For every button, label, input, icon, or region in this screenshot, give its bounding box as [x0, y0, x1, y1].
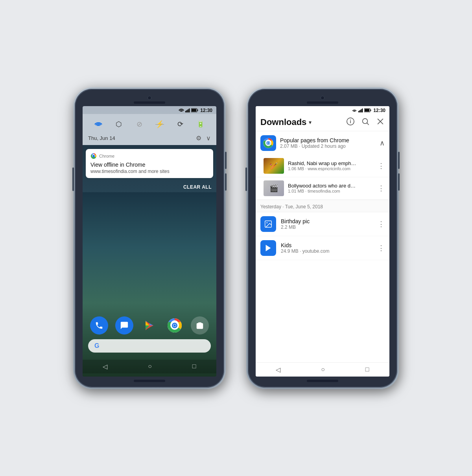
- qs-actions: ⚙ ∨: [196, 134, 211, 142]
- file-item-birthday[interactable]: Birthday pic 2.2 MB ⋮: [256, 212, 389, 236]
- play-store-icon[interactable]: [140, 316, 159, 334]
- messages-icon: [120, 321, 129, 330]
- phone-icon: [95, 321, 103, 330]
- article-meta-bollywood: 1.01 MB · timesofindia.com: [288, 189, 375, 193]
- status-icons-2: 12:30: [352, 108, 385, 113]
- qs-wifi-icon[interactable]: [93, 119, 104, 130]
- image-file-icon: [260, 216, 276, 232]
- recents-button-1[interactable]: □: [192, 363, 196, 370]
- volume-up-button-1[interactable]: [225, 152, 227, 169]
- file-more-icon-1[interactable]: ⋮: [378, 220, 385, 228]
- svg-rect-20: [362, 108, 363, 112]
- earpiece-1: [134, 101, 165, 104]
- back-button-1[interactable]: ◁: [103, 363, 107, 370]
- article-item-bollywood[interactable]: 🎬 Bollywood actors who are d… 1.01 MB · …: [256, 177, 389, 200]
- signal-icon-1: [185, 108, 190, 112]
- notif-title: View offline in Chrome: [90, 162, 208, 168]
- status-bar-1: 12:30: [83, 106, 216, 114]
- chrome-pages-group-icon: [260, 135, 276, 151]
- qs-settings-icon[interactable]: ⚙: [196, 134, 201, 142]
- close-button[interactable]: [376, 117, 385, 128]
- svg-rect-3: [189, 108, 190, 112]
- messages-app-icon[interactable]: [115, 316, 133, 334]
- camera-lens-2: [321, 96, 324, 100]
- home-button-2[interactable]: ○: [321, 366, 325, 373]
- chrome-pages-header[interactable]: Popular pages from Chrome 2.07 MB · Upda…: [256, 131, 389, 155]
- video-icon: [264, 244, 273, 252]
- article-title-cricket: Rashid, Nabi wrap up emph…: [288, 160, 375, 166]
- status-icons-1: 12:30: [179, 108, 212, 113]
- info-button[interactable]: [346, 117, 355, 128]
- file-more-icon-2[interactable]: ⋮: [378, 244, 385, 252]
- volume-up-button-2[interactable]: [398, 152, 400, 169]
- phone-2: 12:30 Downloads ▾: [248, 89, 397, 388]
- svg-point-36: [266, 222, 267, 223]
- back-button-2[interactable]: ◁: [276, 366, 280, 373]
- chrome-notification[interactable]: Chrome View offline in Chrome www.timeso…: [86, 149, 213, 178]
- nav-bar-2: ◁ ○ □: [256, 362, 389, 377]
- file-meta-kids: 24.9 MB · youtube.com: [281, 248, 375, 254]
- qs-battery-saver-icon[interactable]: 🔋: [195, 119, 206, 130]
- article-meta-cricket: 1.06 MB · www.espncricinfo.com: [288, 166, 375, 171]
- quick-settings-panel: ⬡ ⊘ ⚡ ⟳ 🔋: [83, 114, 216, 145]
- file-item-kids[interactable]: Kids 24.9 MB · youtube.com ⋮: [256, 236, 389, 260]
- search-icon: [361, 117, 370, 126]
- qs-date: Thu, Jun 14: [88, 135, 115, 141]
- chrome-app-icon[interactable]: [166, 316, 184, 334]
- clear-all-button[interactable]: CLEAR ALL: [83, 182, 216, 192]
- qs-dnd-icon[interactable]: ⊘: [134, 119, 145, 130]
- phone-app-icon[interactable]: [90, 316, 108, 334]
- camera-icon: [195, 321, 204, 330]
- article-item-cricket[interactable]: 🏏 Rashid, Nabi wrap up emph… 1.06 MB · w…: [256, 155, 389, 177]
- article-more-icon-2[interactable]: ⋮: [378, 184, 385, 193]
- bottom-speaker-1: [134, 380, 165, 382]
- camera-app-icon[interactable]: [191, 316, 209, 334]
- notif-app-name: Chrome: [99, 154, 114, 158]
- qs-rotate-icon[interactable]: ⟳: [175, 119, 186, 130]
- collapse-group-icon[interactable]: ∧: [380, 139, 385, 147]
- search-button[interactable]: [361, 117, 370, 128]
- svg-rect-19: [361, 109, 362, 112]
- home-wallpaper: G ◁ ○ □: [83, 192, 216, 377]
- chrome-pages-title: Popular pages from Chrome: [280, 137, 380, 143]
- battery-icon-2: [364, 108, 371, 112]
- article-thumb-cricket: 🏏: [264, 158, 284, 174]
- battery-icon-1: [191, 108, 198, 112]
- cricket-thumbnail: 🏏: [264, 158, 284, 174]
- chrome-pages-meta: 2.07 MB · Updated 2 hours ago: [280, 143, 380, 149]
- phones-container: 12:30 ⬡: [59, 73, 413, 403]
- google-g-logo: G: [94, 342, 99, 349]
- power-button-1[interactable]: [72, 167, 74, 191]
- recents-button-2[interactable]: □: [365, 366, 369, 373]
- status-bar-2: 12:30: [256, 106, 389, 114]
- svg-rect-18: [360, 110, 361, 112]
- article-more-icon-1[interactable]: ⋮: [378, 162, 385, 170]
- video-file-icon: [260, 240, 276, 256]
- google-search-bar[interactable]: G: [88, 339, 211, 353]
- chrome-notif-icon: [90, 153, 97, 159]
- power-button-2[interactable]: [245, 167, 247, 191]
- article-title-bollywood: Bollywood actors who are d…: [288, 183, 375, 189]
- file-info-kids: Kids 24.9 MB · youtube.com: [281, 242, 375, 254]
- svg-rect-23: [365, 109, 369, 112]
- svg-rect-1: [186, 110, 188, 112]
- qs-bluetooth-icon[interactable]: ⬡: [113, 119, 124, 130]
- bollywood-thumbnail: 🎬: [264, 180, 284, 196]
- qs-flash-icon[interactable]: ⚡: [154, 119, 165, 130]
- downloads-toolbar: Downloads ▾: [256, 114, 389, 131]
- chrome-pages-group: Popular pages from Chrome 2.07 MB · Upda…: [256, 131, 389, 200]
- volume-down-button-1[interactable]: [225, 173, 227, 191]
- qs-expand-icon[interactable]: ∨: [206, 134, 211, 142]
- svg-point-9: [93, 155, 95, 157]
- svg-rect-6: [192, 109, 196, 112]
- phone-1: 12:30 ⬡: [75, 89, 224, 388]
- home-button-1[interactable]: ○: [148, 363, 152, 370]
- downloads-list: Popular pages from Chrome 2.07 MB · Upda…: [256, 131, 389, 362]
- svg-rect-2: [188, 109, 189, 112]
- phone-bottom-bar-1: [79, 380, 220, 382]
- camera-lens-1: [148, 96, 151, 100]
- volume-down-button-2[interactable]: [398, 173, 400, 191]
- nav-bar-1: ◁ ○ □: [83, 360, 216, 373]
- downloads-dropdown-icon[interactable]: ▾: [309, 119, 312, 125]
- phone-top-bar-1: [79, 96, 220, 104]
